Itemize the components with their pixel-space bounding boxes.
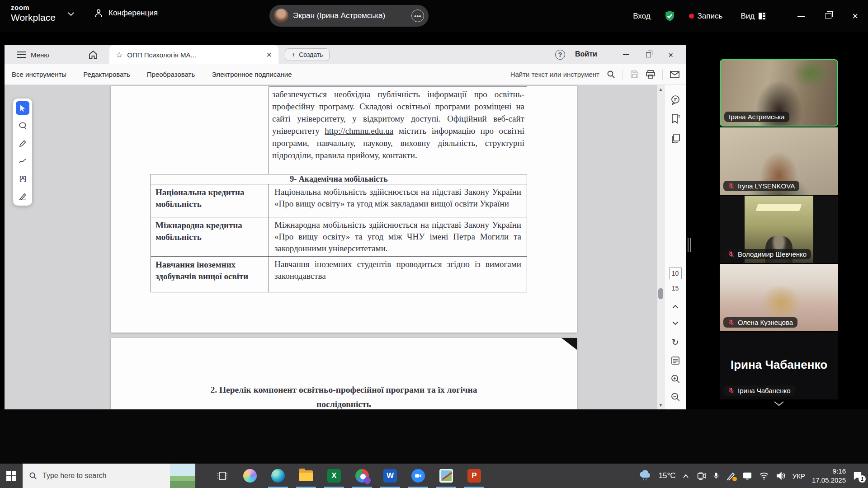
presenter-avatar — [274, 9, 288, 23]
start-button[interactable] — [0, 464, 23, 488]
restore-icon[interactable] — [826, 13, 831, 19]
menu-convert[interactable]: Преобразовать — [147, 70, 195, 78]
pdf-restore-icon[interactable] — [646, 52, 651, 57]
favorite-star-icon[interactable]: ☆ — [116, 50, 123, 60]
document-link[interactable]: http://chmnu.edu.ua — [325, 126, 393, 136]
save-icon[interactable] — [630, 70, 639, 79]
next-page-icon[interactable] — [672, 321, 679, 325]
fill-sign-tool-button[interactable] — [16, 189, 29, 203]
tab-screen-share[interactable]: Экран (Ірина Астремська) ••• — [269, 5, 429, 27]
pdf-close-icon[interactable]: × — [668, 51, 673, 59]
task-view-icon — [216, 470, 228, 482]
pdf-content-area[interactable]: [A] забезпечується необхідна публічність… — [5, 85, 686, 409]
notification-center-button[interactable]: 1 — [853, 471, 863, 481]
create-tab-button[interactable]: + Создать — [285, 48, 330, 61]
pdf-minimize-icon[interactable] — [623, 54, 629, 55]
comments-icon[interactable] — [670, 95, 680, 105]
speaker-icon[interactable] — [776, 471, 786, 480]
minimize-icon[interactable] — [797, 16, 805, 17]
taskbar-apps: X W P — [208, 464, 488, 488]
mic-in-use-icon[interactable] — [712, 471, 720, 481]
home-icon[interactable] — [89, 50, 98, 59]
video-tile-active-speaker[interactable]: Ірина Астремська — [720, 59, 838, 127]
pdf-signin-button[interactable]: Войти — [575, 50, 597, 58]
video-tile[interactable]: Iryna LYSENKOVA — [720, 127, 838, 195]
signin-link[interactable]: Вход — [633, 12, 650, 21]
zoom-out-icon[interactable] — [670, 392, 680, 402]
menu-esign[interactable]: Электронное подписание — [212, 70, 292, 78]
vertical-scrollbar[interactable]: ▲ ▼ — [657, 85, 664, 409]
file-explorer-button[interactable] — [292, 464, 320, 488]
taskbar-clock[interactable]: 9:16 17.05.2025 — [812, 467, 846, 485]
recording-label: Запись — [698, 12, 723, 21]
video-tile-no-video[interactable]: Ірина Чабаненко Ірина Чабаненко — [720, 332, 838, 399]
page-display-options-icon[interactable] — [671, 356, 680, 365]
highlight-area-tool-button[interactable] — [16, 119, 29, 132]
muted-mic-icon — [728, 183, 735, 189]
search-icon[interactable] — [607, 70, 615, 79]
chrome-app-button[interactable] — [348, 464, 376, 488]
camera-in-use-icon[interactable] — [696, 471, 706, 480]
help-icon[interactable] — [555, 50, 565, 60]
menu-all-tools[interactable]: Все инструменты — [12, 70, 66, 78]
share-more-icon[interactable]: ••• — [411, 9, 424, 22]
paint-app-button[interactable] — [432, 464, 460, 488]
draw-tool-button[interactable] — [16, 154, 29, 168]
select-tool-button[interactable] — [16, 101, 29, 115]
bookmark-icon[interactable] — [671, 114, 680, 124]
pages-icon[interactable] — [671, 134, 680, 144]
scroll-down-icon[interactable]: ▼ — [658, 403, 663, 408]
weather-scenery-image[interactable] — [170, 464, 195, 488]
screen-share-label: Экран (Ірина Астремська) — [293, 11, 407, 20]
tab-conference[interactable]: Конференция — [93, 8, 158, 18]
scrollbar-thumb[interactable] — [658, 288, 663, 299]
excel-app-button[interactable]: X — [320, 464, 348, 488]
zoom-app-button[interactable] — [404, 464, 432, 488]
menu-edit[interactable]: Редактировать — [83, 70, 130, 78]
panel-resize-handle[interactable] — [688, 238, 691, 252]
squiggle-icon — [19, 157, 27, 165]
previous-page-icon[interactable] — [672, 305, 679, 309]
pen-tool-button[interactable] — [16, 136, 29, 150]
pen-icon — [19, 140, 27, 147]
close-icon[interactable]: × — [852, 11, 858, 21]
pen-app-tray-icon[interactable] — [726, 471, 736, 480]
tray-expand-chevron-icon[interactable] — [683, 474, 689, 478]
edge-app-button[interactable] — [264, 464, 292, 488]
powerpoint-app-button[interactable]: P — [460, 464, 488, 488]
word-app-button[interactable]: W — [376, 464, 404, 488]
rotate-refresh-icon[interactable]: ↻ — [672, 337, 679, 347]
more-participants-chevron-icon[interactable] — [720, 400, 838, 407]
keyboard-language-label[interactable]: УКР — [793, 472, 805, 480]
mail-icon[interactable] — [670, 71, 679, 78]
current-page-box[interactable]: 10 — [669, 267, 682, 279]
section-heading-line2: послідовність — [111, 399, 577, 409]
wifi-icon[interactable] — [759, 472, 769, 480]
copilot-app-button[interactable] — [236, 464, 264, 488]
conference-label: Конференция — [108, 9, 158, 18]
zoom-in-icon[interactable] — [670, 374, 680, 384]
chrome-icon — [355, 469, 369, 483]
temperature-label[interactable]: 15°C — [659, 471, 676, 480]
view-label: Вид — [741, 12, 755, 21]
video-tile[interactable]: Олена Кузнецова — [720, 264, 838, 331]
add-text-tool-button[interactable]: [A] — [16, 172, 29, 185]
security-shield-icon[interactable] — [664, 10, 675, 22]
pdf-menu-button[interactable]: Меню — [31, 51, 49, 59]
weather-cloud-icon[interactable] — [638, 470, 652, 482]
find-text-label[interactable]: Найти текст или инструмент — [510, 70, 599, 78]
scroll-up-icon[interactable]: ▲ — [658, 87, 663, 92]
tab-close-icon[interactable]: ✕ — [266, 51, 272, 59]
chrome-profile-badge — [364, 477, 371, 484]
print-icon[interactable] — [646, 70, 655, 79]
video-tile[interactable]: Володимир Шевченко — [720, 196, 838, 263]
task-view-button[interactable] — [208, 464, 236, 488]
workspace-chevron-down-icon[interactable] — [68, 12, 74, 16]
recording-indicator[interactable]: Запись — [689, 12, 723, 21]
display-tray-icon[interactable] — [742, 471, 752, 480]
taskbar-search-input[interactable]: Type here to search — [23, 464, 195, 488]
pdf-document-tab[interactable]: ☆ ОПП Психологія МА... ✕ — [109, 45, 278, 64]
view-button[interactable]: Вид — [741, 12, 766, 21]
hamburger-menu-icon[interactable] — [17, 52, 26, 58]
document-tab-title: ОПП Психологія МА... — [127, 51, 261, 59]
